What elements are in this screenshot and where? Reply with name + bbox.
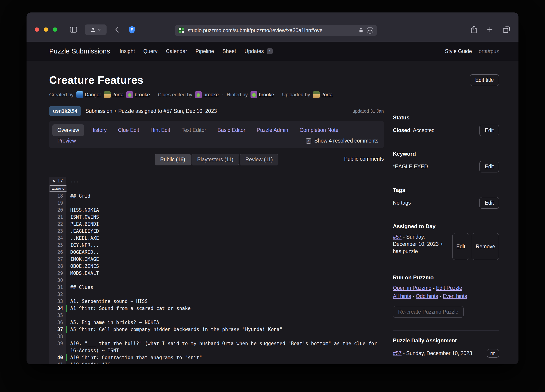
edit-tags-button[interactable]: Edit <box>479 197 499 209</box>
code-line: 24..KEEL.AXE <box>49 235 384 242</box>
code-line-marked: 34A1 ^hint: Sound from a scared cat or s… <box>49 305 384 312</box>
day-link[interactable]: #57 <box>393 234 402 240</box>
code-line: 27IMOK.IMAGE <box>49 256 384 263</box>
avatar-brooke <box>250 91 257 98</box>
back-button[interactable] <box>115 26 119 33</box>
expand-button[interactable]: Expand <box>49 185 67 192</box>
tab-basic-editor[interactable]: Basic Editor <box>212 124 250 136</box>
fold-chevron[interactable]: < <box>52 178 55 184</box>
current-user-label: orta#puz <box>479 48 499 54</box>
browser-toolbar: studio.puzzmo.com/submit/puzzmo/review/x… <box>26 12 519 42</box>
odd-hints-link[interactable]: Odd hints <box>416 293 438 299</box>
code-line: 33A1. Serpentine sound ~ HISS <box>49 298 384 305</box>
tab-hint-edit[interactable]: Hint Edit <box>146 124 175 136</box>
code-line: 41A10 ^refs: A16 <box>49 361 384 364</box>
nav-item-pipeline[interactable]: Pipeline <box>195 48 214 54</box>
daily-day-link[interactable]: #57 <box>393 350 402 356</box>
code-line-marked: 40A10 ^hint: Contraction that anagrams t… <box>49 354 384 361</box>
code-line: 29MODS.EXALT <box>49 270 384 277</box>
minimize-window-button[interactable] <box>44 27 48 32</box>
submission-status-text: Submission + Puzzle assigned to #57 Sun,… <box>86 108 217 114</box>
tab-puzzle-admin[interactable]: Puzzle Admin <box>252 124 293 136</box>
resolved-comments-checkbox[interactable] <box>306 138 311 144</box>
tab-clue-edit[interactable]: Clue Edit <box>113 124 144 136</box>
details-sidebar: Status Closed: Accepted Edit Keyword *EA… <box>393 106 499 364</box>
code-line: 32 <box>49 291 384 298</box>
url-text[interactable]: studio.puzzmo.com/submit/puzzmo/review/x… <box>188 27 356 34</box>
zoom-window-button[interactable] <box>53 27 57 32</box>
updated-timestamp: updated 31 Jan <box>353 109 384 114</box>
tab-overview-icon[interactable] <box>503 26 510 33</box>
tags-heading: Tags <box>393 187 499 193</box>
remove-daily-assignment-button[interactable]: rm <box>487 349 499 358</box>
keyword-section: Keyword *EAGLE EYED Edit <box>393 151 499 172</box>
tab-history[interactable]: History <box>86 124 112 136</box>
nav-item-style-guide[interactable]: Style Guide <box>445 48 472 54</box>
code-line: 30 <box>49 277 384 284</box>
tab-overview[interactable]: Overview <box>52 124 84 136</box>
byline: Created by Danger ./orta brooke · Clues … <box>49 91 499 98</box>
segment-public[interactable]: Public (16) <box>155 154 191 165</box>
new-tab-icon[interactable] <box>487 26 493 33</box>
code-line: 23.EAGLEEYED <box>49 228 384 235</box>
even-hints-link[interactable]: Even hints <box>443 293 467 299</box>
keyword-value: *EAGLE EYED <box>393 164 428 170</box>
edit-puzzle-link[interactable]: Edit Puzzle <box>436 285 462 291</box>
tab-bar: Overview History Clue Edit Hint Edit Tex… <box>52 124 381 136</box>
address-bar[interactable]: studio.puzzmo.com/submit/puzzmo/review/x… <box>175 25 377 36</box>
nav-item-updates[interactable]: Updates <box>244 48 264 54</box>
creator-link-brooke[interactable]: brooke <box>135 92 150 98</box>
nav-item-insight[interactable]: Insight <box>119 48 135 54</box>
preview-link[interactable]: Preview <box>57 138 76 144</box>
page-settings-icon[interactable] <box>366 27 374 34</box>
profile-menu-button[interactable] <box>85 24 106 35</box>
share-icon[interactable] <box>471 25 477 34</box>
comment-filter-row: Public (16) Playtesters (11) Review (11)… <box>49 154 384 165</box>
code-line: 38 <box>49 333 384 340</box>
code-line: 25ICY.NPR... <box>49 242 384 249</box>
tags-value: No tags <box>393 200 411 206</box>
edit-keyword-button[interactable]: Edit <box>479 161 499 172</box>
edit-title-button[interactable]: Edit title <box>470 74 499 86</box>
segment-review[interactable]: Review (11) <box>240 154 279 165</box>
run-on-puzzmo-section: Run on Puzzmo Open in Puzzmo - Edit Puzz… <box>393 274 499 318</box>
code-collapse-row: < 17 ... <box>49 178 384 184</box>
extension-shield-icon[interactable] <box>128 26 136 34</box>
all-hints-link[interactable]: All hints <box>393 293 411 299</box>
avatar-danger <box>76 91 83 98</box>
status-value-bold: Closed <box>393 127 410 133</box>
recreate-puzzle-button[interactable]: Re-create Puzzmo Puzzle <box>393 306 464 318</box>
code-line: 35 <box>49 312 384 319</box>
nav-item-query[interactable]: Query <box>143 48 158 54</box>
sidebar-toggle-icon[interactable] <box>70 27 77 33</box>
creator-link-orta[interactable]: ./orta <box>112 92 124 98</box>
hinter-link[interactable]: brooke <box>259 92 274 98</box>
nav-item-sheet[interactable]: Sheet <box>223 48 236 54</box>
assigned-day-section: Assigned to Day #57 - Sunday, December 1… <box>393 223 499 260</box>
separator-dot: · <box>222 92 223 98</box>
keyword-heading: Keyword <box>393 151 499 157</box>
segment-playtesters[interactable]: Playtesters (11) <box>192 154 239 165</box>
edit-assigned-day-button[interactable]: Edit <box>452 233 469 260</box>
uploader-link[interactable]: ./orta <box>321 92 333 98</box>
app-navbar: Puzzle Submissions Insight Query Calenda… <box>26 42 519 61</box>
nav-item-calendar[interactable]: Calendar <box>166 48 187 54</box>
assigned-day-value: #57 - Sunday, December 10, 2023 + has pu… <box>393 233 447 255</box>
remove-assigned-day-button[interactable]: Remove <box>472 233 499 260</box>
submission-row: usn1k2t94 Submission + Puzzle assigned t… <box>49 106 384 116</box>
app-brand[interactable]: Puzzle Submissions <box>49 47 110 55</box>
close-window-button[interactable] <box>35 27 39 32</box>
code-line: 19 <box>49 200 384 207</box>
creator-link-danger[interactable]: Danger <box>85 92 101 98</box>
tab-completion-note[interactable]: Completion Note <box>295 124 343 136</box>
avatar-brooke <box>126 91 133 98</box>
clues-editor-link[interactable]: brooke <box>203 92 218 98</box>
status-section: Status Closed: Accepted Edit <box>393 114 499 136</box>
edit-status-button[interactable]: Edit <box>479 125 499 136</box>
code-line: 21ISNT.OWENS <box>49 214 384 221</box>
tab-text-editor[interactable]: Text Editor <box>177 124 211 136</box>
daily-assignment-value: #57 - Sunday, December 10, 2023 <box>393 350 472 356</box>
open-in-puzzmo-link[interactable]: Open in Puzzmo <box>393 285 431 291</box>
run-on-puzzmo-heading: Run on Puzzmo <box>393 274 499 281</box>
code-line-marked: 37A5 ^hint: Cell phone company hidden ba… <box>49 326 384 333</box>
